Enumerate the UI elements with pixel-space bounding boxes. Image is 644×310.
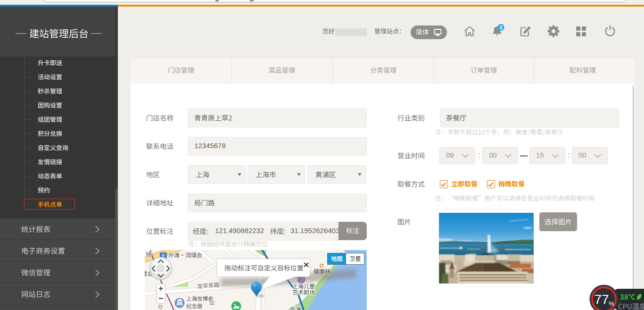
svg-text:2: 2 [499,25,502,30]
svg-text:%: % [609,300,614,307]
svg-text:77: 77 [594,292,609,307]
